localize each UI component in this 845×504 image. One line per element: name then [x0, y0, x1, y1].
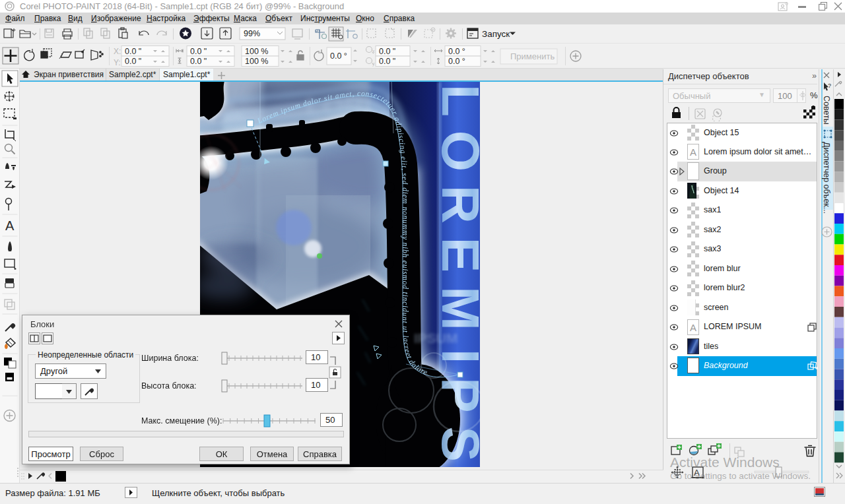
svg-text:0.0 ": 0.0 " [379, 57, 395, 66]
svg-text:y: y [372, 61, 375, 67]
svg-text:0.0 ": 0.0 " [125, 57, 141, 66]
svg-text:99%: 99% [244, 29, 260, 38]
svg-text:0.0 °: 0.0 ° [330, 51, 347, 61]
svg-text:0.0 °: 0.0 ° [448, 47, 465, 56]
svg-text:100 %: 100 % [245, 47, 268, 56]
svg-text:IPSUM: IPSUM [414, 331, 458, 346]
svg-text:Y:: Y: [114, 58, 121, 67]
svg-text:0.0 ": 0.0 " [379, 47, 395, 56]
svg-text:IPSUM: IPSUM [431, 349, 480, 467]
svg-text:A: A [5, 218, 15, 233]
svg-text:0.0 ": 0.0 " [190, 47, 207, 56]
svg-text:Применить: Применить [510, 51, 555, 61]
svg-text:X:: X: [114, 47, 121, 56]
svg-text:?: ? [828, 82, 831, 89]
svg-text:0.0 ": 0.0 " [190, 57, 207, 66]
svg-text:LOREM: LOREM [431, 84, 480, 344]
svg-text:0.0 ": 0.0 " [125, 47, 141, 56]
svg-text:Запуск: Запуск [482, 29, 510, 39]
svg-text:100 %: 100 % [245, 57, 268, 66]
svg-text:x: x [372, 49, 375, 53]
svg-text:0.0 °: 0.0 ° [448, 57, 465, 66]
